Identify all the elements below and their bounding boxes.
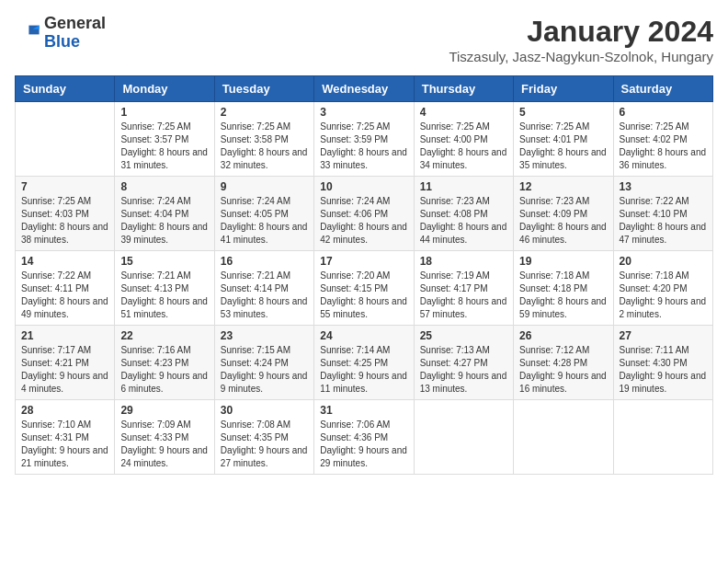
- day-number: 29: [120, 404, 208, 417]
- calendar-cell: 17Sunrise: 7:20 AM Sunset: 4:15 PM Dayli…: [314, 251, 414, 326]
- calendar-cell: 8Sunrise: 7:24 AM Sunset: 4:04 PM Daylig…: [115, 177, 214, 251]
- calendar-cell: 3Sunrise: 7:25 AM Sunset: 3:59 PM Daylig…: [314, 102, 414, 177]
- day-info: Sunrise: 7:25 AM Sunset: 4:00 PM Dayligh…: [420, 121, 507, 172]
- calendar-cell: 10Sunrise: 7:24 AM Sunset: 4:06 PM Dayli…: [314, 177, 414, 251]
- calendar-cell: 1Sunrise: 7:25 AM Sunset: 3:57 PM Daylig…: [115, 102, 214, 177]
- day-number: 18: [420, 255, 507, 268]
- calendar-cell: 27Sunrise: 7:11 AM Sunset: 4:30 PM Dayli…: [613, 326, 712, 400]
- day-info: Sunrise: 7:22 AM Sunset: 4:11 PM Dayligh…: [21, 270, 108, 321]
- calendar-cell: 9Sunrise: 7:24 AM Sunset: 4:05 PM Daylig…: [214, 177, 313, 251]
- day-info: Sunrise: 7:24 AM Sunset: 4:05 PM Dayligh…: [221, 195, 308, 247]
- day-info: Sunrise: 7:08 AM Sunset: 4:35 PM Dayligh…: [221, 419, 308, 470]
- day-info: Sunrise: 7:18 AM Sunset: 4:20 PM Dayligh…: [620, 270, 707, 321]
- calendar-cell: 11Sunrise: 7:23 AM Sunset: 4:08 PM Dayli…: [414, 177, 513, 251]
- calendar-week-row: 21Sunrise: 7:17 AM Sunset: 4:21 PM Dayli…: [16, 326, 713, 400]
- day-number: 30: [221, 404, 308, 417]
- day-info: Sunrise: 7:25 AM Sunset: 3:59 PM Dayligh…: [320, 121, 407, 172]
- calendar-week-row: 28Sunrise: 7:10 AM Sunset: 4:31 PM Dayli…: [16, 400, 713, 475]
- calendar-cell: 16Sunrise: 7:21 AM Sunset: 4:14 PM Dayli…: [214, 251, 313, 326]
- calendar-table: SundayMondayTuesdayWednesdayThursdayFrid…: [15, 75, 713, 475]
- day-number: 24: [320, 329, 407, 342]
- calendar-cell: 30Sunrise: 7:08 AM Sunset: 4:35 PM Dayli…: [214, 400, 313, 475]
- logo-icon: [15, 20, 40, 46]
- day-number: 23: [221, 329, 308, 342]
- day-header-wednesday: Wednesday: [314, 76, 414, 102]
- calendar-cell: 31Sunrise: 7:06 AM Sunset: 4:36 PM Dayli…: [314, 400, 414, 475]
- day-info: Sunrise: 7:19 AM Sunset: 4:17 PM Dayligh…: [420, 270, 507, 321]
- day-number: 6: [620, 106, 707, 119]
- calendar-cell: 25Sunrise: 7:13 AM Sunset: 4:27 PM Dayli…: [414, 326, 513, 400]
- calendar-cell: 12Sunrise: 7:23 AM Sunset: 4:09 PM Dayli…: [514, 177, 613, 251]
- title-section: January 2024 Tiszasuly, Jasz-Nagykun-Szo…: [449, 15, 713, 64]
- day-number: 16: [221, 255, 308, 268]
- day-number: 2: [221, 106, 308, 119]
- calendar-cell: [414, 400, 513, 475]
- calendar-cell: 21Sunrise: 7:17 AM Sunset: 4:21 PM Dayli…: [16, 326, 115, 400]
- logo-general-text: General: [44, 15, 106, 33]
- day-info: Sunrise: 7:22 AM Sunset: 4:10 PM Dayligh…: [620, 195, 707, 247]
- day-number: 15: [120, 255, 208, 268]
- calendar-week-row: 14Sunrise: 7:22 AM Sunset: 4:11 PM Dayli…: [16, 251, 713, 326]
- day-info: Sunrise: 7:20 AM Sunset: 4:15 PM Dayligh…: [320, 270, 407, 321]
- header: General Blue January 2024 Tiszasuly, Jas…: [15, 15, 713, 64]
- day-number: 1: [120, 106, 208, 119]
- day-number: 10: [320, 180, 407, 193]
- day-number: 3: [320, 106, 407, 119]
- day-number: 12: [519, 180, 607, 193]
- day-info: Sunrise: 7:10 AM Sunset: 4:31 PM Dayligh…: [21, 419, 108, 470]
- day-info: Sunrise: 7:15 AM Sunset: 4:24 PM Dayligh…: [221, 344, 308, 396]
- day-info: Sunrise: 7:11 AM Sunset: 4:30 PM Dayligh…: [620, 344, 707, 396]
- day-info: Sunrise: 7:24 AM Sunset: 4:06 PM Dayligh…: [320, 195, 407, 247]
- day-number: 20: [620, 255, 707, 268]
- calendar-cell: [613, 400, 712, 475]
- calendar-cell: 20Sunrise: 7:18 AM Sunset: 4:20 PM Dayli…: [613, 251, 712, 326]
- day-number: 25: [420, 329, 507, 342]
- page-title: January 2024: [449, 15, 713, 49]
- day-number: 22: [120, 329, 208, 342]
- logo-blue-text: Blue: [44, 33, 106, 52]
- day-info: Sunrise: 7:23 AM Sunset: 4:08 PM Dayligh…: [420, 195, 507, 247]
- calendar-cell: 13Sunrise: 7:22 AM Sunset: 4:10 PM Dayli…: [613, 177, 712, 251]
- day-info: Sunrise: 7:21 AM Sunset: 4:13 PM Dayligh…: [120, 270, 208, 321]
- page-subtitle: Tiszasuly, Jasz-Nagykun-Szolnok, Hungary: [449, 49, 713, 64]
- day-number: 9: [221, 180, 308, 193]
- calendar-cell: 14Sunrise: 7:22 AM Sunset: 4:11 PM Dayli…: [16, 251, 115, 326]
- day-header-sunday: Sunday: [16, 76, 115, 102]
- day-info: Sunrise: 7:25 AM Sunset: 4:02 PM Dayligh…: [620, 121, 707, 172]
- logo: General Blue: [15, 15, 106, 52]
- day-number: 27: [620, 329, 707, 342]
- day-header-friday: Friday: [514, 76, 613, 102]
- calendar-week-row: 7Sunrise: 7:25 AM Sunset: 4:03 PM Daylig…: [16, 177, 713, 251]
- day-info: Sunrise: 7:12 AM Sunset: 4:28 PM Dayligh…: [519, 344, 607, 396]
- day-info: Sunrise: 7:17 AM Sunset: 4:21 PM Dayligh…: [21, 344, 108, 396]
- calendar-cell: 26Sunrise: 7:12 AM Sunset: 4:28 PM Dayli…: [514, 326, 613, 400]
- day-info: Sunrise: 7:25 AM Sunset: 4:03 PM Dayligh…: [21, 195, 108, 247]
- day-info: Sunrise: 7:23 AM Sunset: 4:09 PM Dayligh…: [519, 195, 607, 247]
- calendar-cell: 28Sunrise: 7:10 AM Sunset: 4:31 PM Dayli…: [16, 400, 115, 475]
- calendar-cell: 5Sunrise: 7:25 AM Sunset: 4:01 PM Daylig…: [514, 102, 613, 177]
- day-info: Sunrise: 7:14 AM Sunset: 4:25 PM Dayligh…: [320, 344, 407, 396]
- day-number: 21: [21, 329, 108, 342]
- calendar-cell: 19Sunrise: 7:18 AM Sunset: 4:18 PM Dayli…: [514, 251, 613, 326]
- calendar-week-row: 1Sunrise: 7:25 AM Sunset: 3:57 PM Daylig…: [16, 102, 713, 177]
- calendar-cell: 15Sunrise: 7:21 AM Sunset: 4:13 PM Dayli…: [115, 251, 214, 326]
- day-info: Sunrise: 7:25 AM Sunset: 4:01 PM Dayligh…: [519, 121, 607, 172]
- day-info: Sunrise: 7:18 AM Sunset: 4:18 PM Dayligh…: [519, 270, 607, 321]
- day-header-thursday: Thursday: [414, 76, 513, 102]
- day-info: Sunrise: 7:13 AM Sunset: 4:27 PM Dayligh…: [420, 344, 507, 396]
- day-info: Sunrise: 7:21 AM Sunset: 4:14 PM Dayligh…: [221, 270, 308, 321]
- calendar-cell: [16, 102, 115, 177]
- calendar-cell: [514, 400, 613, 475]
- day-number: 13: [620, 180, 707, 193]
- day-info: Sunrise: 7:25 AM Sunset: 3:57 PM Dayligh…: [120, 121, 208, 172]
- calendar-cell: 23Sunrise: 7:15 AM Sunset: 4:24 PM Dayli…: [214, 326, 313, 400]
- day-number: 14: [21, 255, 108, 268]
- calendar-cell: 6Sunrise: 7:25 AM Sunset: 4:02 PM Daylig…: [613, 102, 712, 177]
- day-header-saturday: Saturday: [613, 76, 712, 102]
- day-number: 5: [519, 106, 607, 119]
- day-header-tuesday: Tuesday: [214, 76, 313, 102]
- day-info: Sunrise: 7:16 AM Sunset: 4:23 PM Dayligh…: [120, 344, 208, 396]
- calendar-header-row: SundayMondayTuesdayWednesdayThursdayFrid…: [16, 76, 713, 102]
- day-info: Sunrise: 7:25 AM Sunset: 3:58 PM Dayligh…: [221, 121, 308, 172]
- day-info: Sunrise: 7:24 AM Sunset: 4:04 PM Dayligh…: [120, 195, 208, 247]
